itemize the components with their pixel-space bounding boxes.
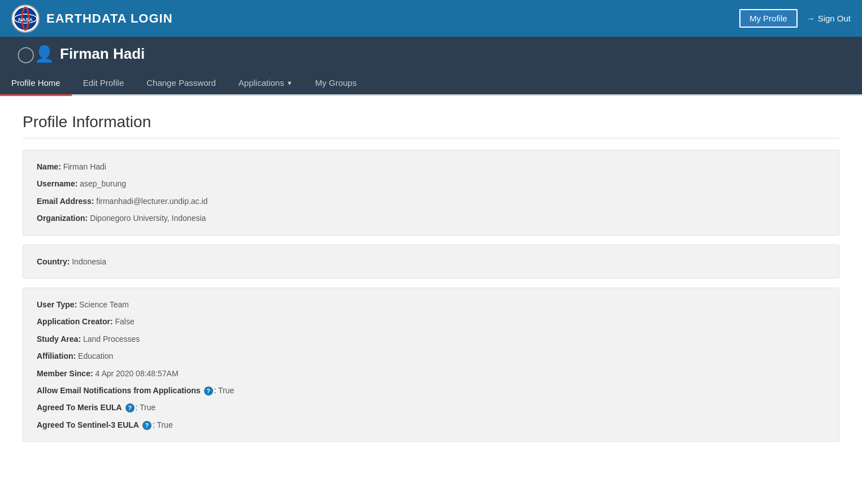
organization-value: Diponegoro University, Indonesia bbox=[90, 214, 206, 223]
organization-label: Organization: bbox=[37, 214, 88, 223]
user-type-row: User Type: Science Team bbox=[37, 298, 825, 311]
member-since-value: 4 Apr 2020 08:48:57AM bbox=[95, 369, 178, 378]
affiliation-value: Education bbox=[78, 351, 113, 360]
study-area-label: Study Area: bbox=[37, 334, 81, 344]
allow-email-label: Allow Email Notifications from Applicati… bbox=[37, 386, 201, 395]
location-info-card: Country: Indonesia bbox=[23, 245, 839, 279]
applications-dropdown-icon: ▼ bbox=[287, 80, 293, 86]
email-label: Email Address: bbox=[37, 197, 94, 206]
email-row: Email Address: firmanhadi@lecturer.undip… bbox=[37, 195, 825, 207]
username-row: Username: asep_burung bbox=[37, 177, 825, 190]
header-right: My Profile → Sign Out bbox=[739, 9, 851, 28]
username-value: asep_burung bbox=[80, 179, 126, 188]
sentinel-eula-value: True bbox=[157, 420, 172, 429]
tab-my-groups[interactable]: My Groups bbox=[304, 71, 368, 96]
sentinel-eula-row: Agreed To Sentinel-3 EULA ?: True bbox=[37, 419, 825, 431]
allow-email-row: Allow Email Notifications from Applicati… bbox=[37, 384, 825, 397]
svg-text:NASA: NASA bbox=[18, 17, 33, 23]
name-row: Name: Firman Hadi bbox=[37, 160, 825, 173]
tab-applications-label: Applications bbox=[239, 78, 284, 88]
affiliation-row: Affiliation: Education bbox=[37, 350, 825, 362]
tab-edit-profile-label: Edit Profile bbox=[83, 78, 124, 88]
user-first-name: Firman bbox=[60, 45, 113, 62]
name-label: Name: bbox=[37, 162, 61, 171]
app-creator-label: Application Creator: bbox=[37, 317, 113, 326]
meris-eula-colon: : bbox=[136, 403, 138, 412]
country-label: Country: bbox=[37, 257, 70, 266]
user-avatar-icon: ◯👤 bbox=[17, 45, 54, 63]
study-area-value: Land Processes bbox=[83, 334, 140, 344]
page-title: Profile Information bbox=[23, 113, 839, 138]
tab-applications[interactable]: Applications ▼ bbox=[227, 71, 304, 96]
organization-row: Organization: Diponegoro University, Ind… bbox=[37, 212, 825, 224]
app-creator-value: False bbox=[115, 317, 134, 326]
top-header: NASA EARTHDATA LOGIN My Profile → Sign O… bbox=[0, 0, 862, 37]
affiliation-label: Affiliation: bbox=[37, 351, 76, 360]
member-since-label: Member Since: bbox=[37, 369, 93, 378]
main-content: Profile Information Name: Firman Hadi Us… bbox=[0, 96, 862, 468]
app-creator-row: Application Creator: False bbox=[37, 315, 825, 328]
nav-tabs: Profile Home Edit Profile Change Passwor… bbox=[0, 71, 862, 96]
email-value: firmanhadi@lecturer.undip.ac.id bbox=[96, 197, 207, 206]
sign-out-arrow-icon: → bbox=[807, 14, 815, 23]
tab-profile-home-label: Profile Home bbox=[11, 78, 60, 88]
site-title: EARTHDATA LOGIN bbox=[46, 11, 173, 26]
username-label: Username: bbox=[37, 179, 77, 188]
meris-eula-value: True bbox=[140, 403, 155, 412]
nasa-logo: NASA bbox=[11, 5, 40, 33]
sign-out-link[interactable]: → Sign Out bbox=[807, 14, 851, 23]
name-value: Firman Hadi bbox=[63, 162, 106, 171]
user-type-value: Science Team bbox=[79, 300, 129, 309]
user-type-label: User Type: bbox=[37, 300, 77, 309]
user-last-name: Hadi bbox=[113, 45, 145, 62]
tab-profile-home[interactable]: Profile Home bbox=[0, 71, 72, 96]
allow-email-colon: : bbox=[214, 386, 216, 395]
user-bar: ◯👤 Firman Hadi bbox=[0, 37, 862, 71]
tab-change-password[interactable]: Change Password bbox=[135, 71, 227, 96]
allow-email-help-icon[interactable]: ? bbox=[204, 386, 213, 396]
member-since-row: Member Since: 4 Apr 2020 08:48:57AM bbox=[37, 367, 825, 380]
user-full-name: Firman Hadi bbox=[60, 45, 145, 63]
sentinel-eula-label: Agreed To Sentinel-3 EULA bbox=[37, 420, 139, 429]
tab-my-groups-label: My Groups bbox=[315, 78, 357, 88]
basic-info-card: Name: Firman Hadi Username: asep_burung … bbox=[23, 150, 839, 236]
sentinel-eula-help-icon[interactable]: ? bbox=[142, 421, 151, 430]
extended-info-card: User Type: Science Team Application Crea… bbox=[23, 288, 839, 442]
meris-eula-label: Agreed To Meris EULA bbox=[37, 403, 122, 412]
tab-edit-profile[interactable]: Edit Profile bbox=[72, 71, 136, 96]
country-value: Indonesia bbox=[72, 257, 106, 266]
allow-email-value: True bbox=[218, 386, 234, 395]
meris-eula-help-icon[interactable]: ? bbox=[125, 403, 135, 412]
logo-area: NASA EARTHDATA LOGIN bbox=[11, 5, 173, 33]
sign-out-label: Sign Out bbox=[818, 14, 851, 23]
my-profile-button[interactable]: My Profile bbox=[739, 9, 798, 28]
sentinel-eula-colon: : bbox=[153, 420, 155, 429]
tab-change-password-label: Change Password bbox=[146, 78, 216, 88]
meris-eula-row: Agreed To Meris EULA ?: True bbox=[37, 401, 825, 414]
study-area-row: Study Area: Land Processes bbox=[37, 333, 825, 345]
country-row: Country: Indonesia bbox=[37, 255, 825, 268]
